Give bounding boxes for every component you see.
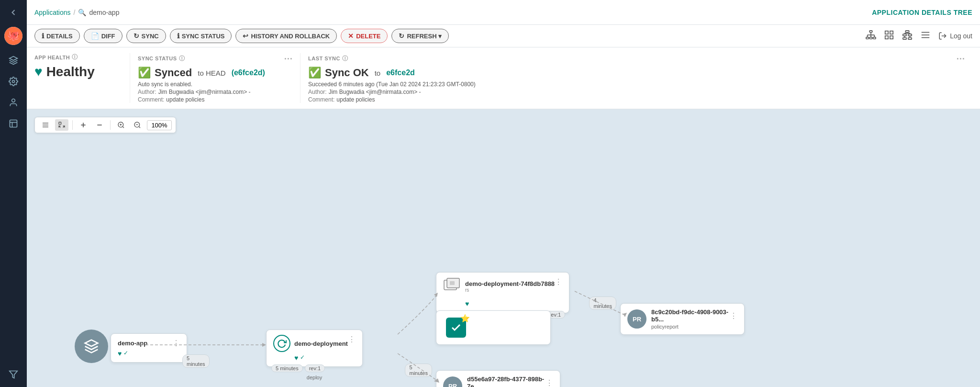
pr-top-dots[interactable]: ⋮ bbox=[730, 311, 737, 320]
add-node-button[interactable] bbox=[77, 119, 90, 131]
sidebar: 🐙 bbox=[0, 0, 27, 387]
history-button[interactable]: ↩ HISTORY AND ROLLBACK bbox=[235, 29, 337, 43]
breadcrumb-separator: / bbox=[74, 9, 76, 16]
svg-marker-57 bbox=[85, 340, 98, 346]
remove-node-button[interactable] bbox=[93, 119, 106, 131]
last-sync-panel-dots[interactable]: ⋯ bbox=[956, 53, 965, 64]
toolbar: ℹ DETAILS 📄 DIFF ↻ SYNC ℹ SYNC STATUS ↩ … bbox=[27, 25, 980, 47]
history-label: HISTORY AND ROLLBACK bbox=[251, 33, 330, 40]
demo-deployment-dots[interactable]: ⋮ bbox=[348, 335, 356, 344]
sidebar-item-layers[interactable] bbox=[5, 52, 22, 69]
refresh-icon: ↻ bbox=[399, 32, 404, 40]
svg-rect-22 bbox=[906, 30, 909, 32]
grid-view-icon[interactable] bbox=[884, 30, 894, 43]
demo-app-check: ✓ bbox=[123, 350, 128, 357]
app-name-breadcrumb: demo-app bbox=[89, 9, 119, 16]
refresh-label: REFRESH ▾ bbox=[407, 33, 442, 40]
topbar: Applications / 🔍 demo-app APPLICATION DE… bbox=[27, 0, 980, 25]
demo-app-circle bbox=[75, 330, 108, 363]
auto-sync-text: Auto sync is enabled. bbox=[138, 81, 292, 88]
demo-deployment-check: ✓ bbox=[300, 354, 305, 362]
svg-rect-10 bbox=[866, 37, 869, 39]
last-sync-comment-label: Comment: bbox=[308, 96, 334, 103]
app-logo: 🐙 bbox=[4, 27, 22, 45]
check-card-inner[interactable]: ⭐ bbox=[436, 310, 551, 345]
pr-bottom-dots[interactable]: ⋮ bbox=[546, 378, 553, 387]
sync-panel-dots[interactable]: ⋯ bbox=[284, 53, 293, 64]
svg-rect-19 bbox=[890, 31, 893, 34]
sync-status-label: SYNC STATUS bbox=[138, 56, 177, 61]
list-view-icon[interactable] bbox=[920, 30, 931, 43]
zoom-in-button[interactable] bbox=[114, 119, 128, 131]
sidebar-nav-arrow[interactable] bbox=[5, 4, 22, 21]
demo-deployment-name: demo-deployment bbox=[294, 340, 348, 347]
sync-button[interactable]: ↻ SYNC bbox=[126, 29, 166, 43]
deploy-label: deploy bbox=[307, 375, 322, 380]
canvas-toolbar bbox=[34, 117, 176, 133]
deploy-icon bbox=[273, 335, 290, 352]
svg-rect-21 bbox=[890, 35, 893, 38]
hierarchy-view-icon[interactable] bbox=[902, 30, 913, 43]
demo-deployment-card[interactable]: demo-deployment ⋮ ♥ ✓ 5 minutes rev:1 bbox=[266, 330, 363, 367]
logout-button[interactable]: Log out bbox=[938, 32, 972, 40]
demo-deployment-node[interactable]: demo-deployment ⋮ ♥ ✓ 5 minutes rev:1 de… bbox=[266, 330, 363, 367]
app-details-tree-label: APPLICATION DETAILS TREE bbox=[872, 9, 972, 16]
demo-app-dots[interactable]: ⋮ bbox=[172, 339, 180, 348]
diff-button[interactable]: 📄 DIFF bbox=[84, 29, 122, 43]
details-icon: ℹ bbox=[42, 32, 44, 40]
rs-heart: ♥ bbox=[465, 300, 469, 307]
demo-deployment-rs-card[interactable]: demo-deployment-74f8db7888 rs ⋮ ♥ 5 minu… bbox=[436, 272, 569, 313]
sidebar-item-settings[interactable] bbox=[5, 73, 22, 90]
last-sync-to: to bbox=[375, 69, 381, 77]
last-sync-panel: LAST SYNC ⓘ ⋯ ✅ Sync OK to e6fce2d Succe… bbox=[308, 53, 972, 103]
pr-bottom-card[interactable]: PR d55e6a97-28fb-4377-898b-7e... ⋮ polic… bbox=[436, 370, 560, 387]
pr-top-circle: PR bbox=[627, 309, 646, 329]
refresh-button[interactable]: ↻ REFRESH ▾ bbox=[391, 29, 449, 43]
svg-rect-11 bbox=[870, 37, 873, 39]
applications-link[interactable]: Applications bbox=[34, 9, 71, 16]
last-sync-comment-value: update policies bbox=[336, 96, 375, 103]
zoom-out-button[interactable] bbox=[131, 119, 144, 131]
last-sync-commit[interactable]: e6fce2d bbox=[386, 68, 415, 77]
app-health-info-icon: ⓘ bbox=[72, 53, 78, 61]
svg-marker-8 bbox=[10, 371, 18, 378]
delete-button[interactable]: ✕ DELETE bbox=[341, 29, 388, 43]
details-label: DETAILS bbox=[46, 33, 73, 40]
history-icon: ↩ bbox=[243, 32, 248, 40]
health-heart-icon: ♥ bbox=[34, 64, 43, 80]
canvas-area: demo-app ⋮ ♥ ✓ 5 minutes demo-depl bbox=[27, 109, 980, 387]
last-sync-status: Sync OK bbox=[325, 67, 369, 79]
sync-commit[interactable]: (e6fce2d) bbox=[232, 68, 265, 77]
rs-dots[interactable]: ⋮ bbox=[555, 277, 562, 286]
last-sync-author-label: Author: bbox=[308, 89, 327, 95]
fit-view-button[interactable] bbox=[55, 119, 68, 131]
svg-rect-40 bbox=[59, 122, 61, 125]
pr-top-name: 8c9c20bd-f9dc-4908-9003-b5... bbox=[651, 308, 730, 323]
svg-rect-5 bbox=[10, 120, 17, 127]
check-box: ⭐ bbox=[446, 318, 466, 338]
rs-name: demo-deployment-74f8db7888 bbox=[465, 280, 555, 287]
logout-label: Log out bbox=[950, 32, 972, 40]
demo-deployment-rs-node[interactable]: demo-deployment-74f8db7888 rs ⋮ ♥ 5 minu… bbox=[436, 272, 569, 313]
org-chart-view-icon[interactable] bbox=[866, 30, 876, 43]
list-view-button[interactable] bbox=[39, 119, 52, 131]
sync-status-button[interactable]: ℹ SYNC STATUS bbox=[170, 29, 232, 43]
sidebar-item-user[interactable] bbox=[5, 94, 22, 111]
details-button[interactable]: ℹ DETAILS bbox=[34, 29, 80, 43]
app-health-value: Healthy bbox=[46, 64, 95, 80]
sync-author-label: Author: bbox=[138, 89, 156, 95]
svg-line-49 bbox=[139, 126, 140, 128]
pr-top-label: policyreport bbox=[651, 324, 737, 330]
sync-status-label: SYNC STATUS bbox=[182, 33, 225, 40]
demo-app-card[interactable]: demo-app ⋮ ♥ ✓ bbox=[111, 333, 187, 363]
pr-top-tag: 4 minutes bbox=[589, 296, 616, 310]
sidebar-item-filter[interactable] bbox=[5, 366, 22, 383]
pr-bottom-initials: PR bbox=[448, 383, 457, 387]
sidebar-item-docs[interactable] bbox=[5, 115, 22, 132]
zoom-input[interactable] bbox=[147, 120, 172, 130]
delete-label: DELETE bbox=[356, 33, 380, 40]
demo-app-node[interactable]: demo-app ⋮ ♥ ✓ 5 minutes bbox=[75, 330, 108, 363]
pr-top-card[interactable]: PR 8c9c20bd-f9dc-4908-9003-b5... ⋮ polic… bbox=[620, 303, 745, 335]
last-sync-check-icon: ✅ bbox=[308, 67, 321, 79]
check-card[interactable]: ⭐ bbox=[436, 310, 551, 345]
